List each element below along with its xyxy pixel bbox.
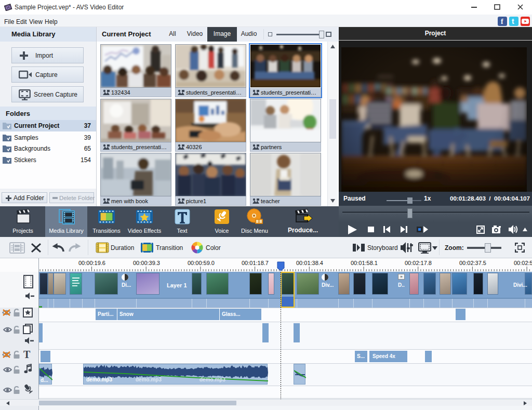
svg-text:00:02:37.5: 00:02:37.5	[459, 260, 486, 266]
svg-text:00:01:18.7: 00:01:18.7	[242, 260, 269, 266]
svg-text:00:02:17.8: 00:02:17.8	[405, 260, 432, 266]
svg-text:00:00:59.0: 00:00:59.0	[188, 260, 215, 266]
svg-text:00:02:57.2: 00:02:57.2	[514, 260, 532, 266]
svg-text:00:00:39.3: 00:00:39.3	[133, 260, 160, 266]
svg-text:00:01:58.1: 00:01:58.1	[351, 260, 378, 266]
svg-text:00:00:19.6: 00:00:19.6	[78, 260, 105, 266]
svg-text:00:01:38.4: 00:01:38.4	[296, 260, 323, 266]
